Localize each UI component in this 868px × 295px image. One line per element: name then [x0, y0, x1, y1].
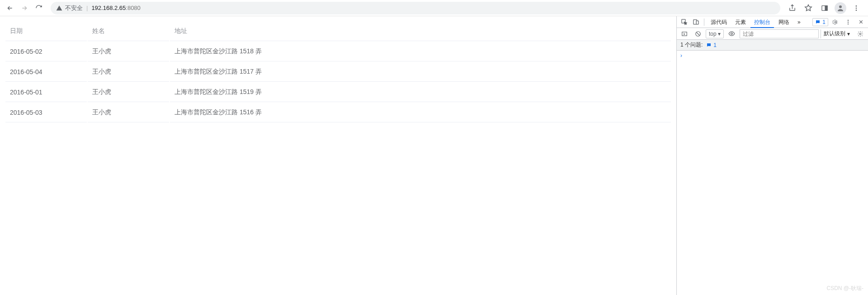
filter-input[interactable] [740, 29, 819, 38]
context-label: top [709, 31, 717, 37]
clear-console-icon[interactable] [692, 29, 704, 38]
cell-name: 王小虎 [88, 103, 169, 122]
device-toggle-icon[interactable] [690, 17, 701, 28]
issues-badge[interactable]: 1 [812, 18, 828, 26]
page-content: 日期 姓名 地址 2016-05-02 王小虎 上海市普陀区金沙江路 1518 … [0, 16, 676, 295]
svg-point-3 [856, 5, 857, 7]
address-separator: | [86, 5, 88, 11]
header-address: 地址 [170, 22, 671, 41]
tab-console[interactable]: 控制台 [750, 16, 774, 28]
security-label: 不安全 [65, 4, 83, 12]
address-host: 192.168.2.65 [91, 5, 126, 11]
cell-address: 上海市普陀区金沙江路 1519 弄 [170, 83, 671, 102]
console-toolbar: top ▾ 默认级别 ▾ [677, 28, 868, 40]
inspect-element-icon[interactable] [679, 17, 689, 28]
cell-address: 上海市普陀区金沙江路 1517 弄 [170, 62, 671, 82]
table-header-row: 日期 姓名 地址 [5, 22, 671, 41]
table-row: 2016-05-01 王小虎 上海市普陀区金沙江路 1519 弄 [5, 83, 671, 102]
toggle-sidebar-icon[interactable] [679, 29, 690, 38]
console-prompt: › [680, 52, 682, 59]
address-url: 192.168.2.65:8080 [91, 5, 140, 11]
security-indicator: 不安全 [56, 4, 83, 12]
cell-address: 上海市普陀区金沙江路 1516 弄 [170, 103, 671, 122]
svg-rect-1 [825, 5, 827, 10]
table-row: 2016-05-02 王小虎 上海市普陀区金沙江路 1518 弄 [5, 42, 671, 61]
share-icon[interactable] [786, 2, 798, 14]
svg-point-4 [856, 7, 857, 9]
close-devtools-icon[interactable] [855, 17, 866, 28]
reload-button[interactable] [33, 2, 45, 14]
issues-badge-count: 1 [822, 19, 826, 25]
chat-icon [706, 42, 712, 48]
header-date: 日期 [5, 22, 87, 41]
cell-name: 王小虎 [88, 42, 169, 61]
browser-toolbar: 不安全 | 192.168.2.65:8080 [0, 0, 868, 16]
log-level-label: 默认级别 [824, 30, 845, 37]
divider [704, 19, 704, 26]
cell-date: 2016-05-02 [5, 42, 87, 61]
table-row: 2016-05-04 王小虎 上海市普陀区金沙江路 1517 弄 [5, 62, 671, 82]
chevron-down-icon: ▾ [847, 31, 850, 37]
svg-point-2 [839, 5, 842, 8]
cell-address: 上海市普陀区金沙江路 1518 弄 [170, 42, 671, 61]
table-row: 2016-05-03 王小虎 上海市普陀区金沙江路 1516 弄 [5, 103, 671, 122]
cell-date: 2016-05-01 [5, 83, 87, 102]
devtools-tabs: 源代码 元素 控制台 网络 » 1 [677, 16, 868, 28]
cell-name: 王小虎 [88, 83, 169, 102]
side-panel-icon[interactable] [818, 2, 831, 14]
settings-gear-icon[interactable] [830, 17, 841, 28]
devtools-menu-icon[interactable] [843, 17, 854, 28]
main-area: 日期 姓名 地址 2016-05-02 王小虎 上海市普陀区金沙江路 1518 … [0, 16, 868, 295]
tab-elements[interactable]: 元素 [731, 16, 750, 28]
address-bar[interactable]: 不安全 | 192.168.2.65:8080 [51, 2, 780, 14]
svg-rect-8 [696, 21, 698, 24]
forward-button[interactable] [18, 2, 31, 14]
svg-point-10 [848, 19, 849, 20]
issues-row[interactable]: 1 个问题: 1 [677, 40, 868, 51]
browser-menu-icon[interactable] [850, 2, 863, 14]
back-button[interactable] [4, 2, 16, 14]
tab-more[interactable]: » [794, 16, 804, 28]
bookmark-star-icon[interactable] [802, 2, 815, 14]
header-name: 姓名 [88, 22, 169, 41]
log-level-selector[interactable]: 默认级别 ▾ [821, 29, 853, 38]
warning-icon [56, 5, 62, 11]
svg-point-15 [731, 33, 732, 35]
cell-date: 2016-05-03 [5, 103, 87, 122]
cell-name: 王小虎 [88, 62, 169, 82]
svg-point-9 [835, 21, 836, 23]
svg-point-16 [859, 33, 861, 35]
context-selector[interactable]: top ▾ [706, 29, 724, 38]
svg-point-5 [856, 9, 857, 11]
address-port: :8080 [126, 5, 141, 11]
chat-icon [815, 19, 821, 25]
chevron-down-icon: ▾ [718, 31, 721, 37]
live-expression-icon[interactable] [726, 29, 738, 38]
svg-point-11 [848, 21, 849, 22]
tab-sources[interactable]: 源代码 [707, 16, 731, 28]
cell-date: 2016-05-04 [5, 62, 87, 82]
tab-network[interactable]: 网络 [775, 16, 793, 28]
console-body[interactable]: › [677, 51, 868, 295]
toolbar-right-icons [786, 2, 864, 14]
data-table: 日期 姓名 地址 2016-05-02 王小虎 上海市普陀区金沙江路 1518 … [5, 21, 672, 123]
console-settings-gear-icon[interactable] [854, 29, 866, 38]
issues-label: 1 个问题: [680, 41, 703, 49]
devtools-panel: 源代码 元素 控制台 网络 » 1 [676, 16, 868, 295]
profile-avatar[interactable] [835, 2, 846, 14]
issues-count: 1 [713, 42, 717, 48]
svg-point-12 [848, 23, 849, 24]
